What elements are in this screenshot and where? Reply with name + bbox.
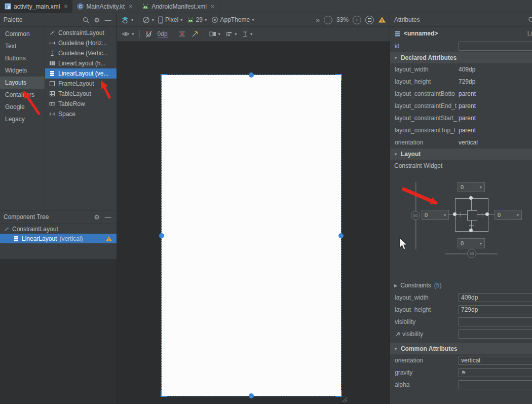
close-tab-icon[interactable]: × [211,3,214,10]
palette-category-layouts[interactable]: Layouts [0,77,45,89]
zoom-in-button[interactable]: + [353,16,361,24]
palette-item-framelayout[interactable]: FrameLayout [45,79,117,89]
selected-component-row[interactable]: <unnamed> Li [390,27,532,40]
vertical-bias-value[interactable]: 50 [411,211,420,220]
api-level-selector[interactable]: 29 ▾ [187,16,207,23]
tree-item-constraintlayout[interactable]: ConstraintLayout [0,224,117,234]
margin-top-combo[interactable]: 0 ▾ [458,182,485,192]
constraint-anchor-bottom[interactable] [469,229,473,232]
autoconnect-toggle[interactable] [145,30,153,38]
attr-value[interactable]: 409dp [459,66,475,73]
margin-bottom-combo[interactable]: 0 ▾ [458,238,485,248]
close-tab-icon[interactable]: × [129,3,132,10]
palette-category-widgets[interactable]: Widgets [0,64,45,77]
section-declared-attributes[interactable]: ▼ Declared Attributes [390,52,532,63]
palette-item-space[interactable]: Space [45,109,117,119]
device-selector[interactable]: Pixel ▾ [158,16,183,24]
attr-row-constraint-start[interactable]: layout_constraintStart_ parent [390,112,532,124]
minimize-icon[interactable]: — [103,212,113,222]
pack-selector[interactable]: ▾ [209,31,221,37]
infer-constraints-button[interactable] [191,30,199,38]
component-tree-header: Component Tree ⚙ — [0,210,117,224]
resize-handle-right[interactable] [338,233,344,238]
attr-value[interactable]: parent [459,102,476,109]
tree-item-linearlayout-vertical[interactable]: LinearLayout (vertical) [0,234,117,243]
toolbar-overflow-button[interactable]: » [316,16,320,24]
attr-row-constraint-top[interactable]: layout_constraintTop_t parent [390,124,532,136]
search-icon[interactable] [528,16,532,23]
clear-constraints-button[interactable] [178,30,186,38]
orientation-input[interactable]: vertical [459,356,532,365]
visibility-input[interactable] [459,317,532,326]
attr-row-constraint-end[interactable]: layout_constraintEnd_t parent [390,100,532,112]
constraint-widget-box[interactable] [455,198,488,232]
tab-label: MainActivity.kt [86,3,125,10]
constraints-group-row[interactable]: ▶ Constraints (5) [390,279,532,291]
warnings-errors-button[interactable] [378,16,386,23]
resize-handle-top[interactable] [249,72,254,78]
attr-value[interactable]: vertical [459,139,478,146]
default-margin-selector[interactable]: 0dp [158,30,168,38]
gear-icon[interactable]: ⚙ [92,15,102,24]
margin-top-value: 0 [458,182,477,192]
attr-value[interactable]: parent [459,115,476,122]
palette-category-common[interactable]: Common [0,28,45,40]
view-options-selector[interactable]: ▾ [122,31,134,37]
attr-value[interactable]: parent [459,90,476,97]
id-input[interactable] [459,42,532,51]
gravity-input[interactable]: ⚑ [459,368,532,377]
section-common-attributes[interactable]: ▼ Common Attributes [390,343,532,354]
tab-mainactivity-kt[interactable]: C MainActivity.kt × [72,0,137,13]
attr-value[interactable]: 729dp [459,78,475,85]
design-canvas-artboard[interactable] [162,75,341,396]
alpha-input[interactable] [459,380,532,389]
design-surface[interactable] [117,42,390,404]
palette-item-tablerow[interactable]: TableRow [45,99,117,109]
resize-handle-left[interactable] [159,233,164,238]
palette-item-constraintlayout[interactable]: ConstraintLayout [45,28,117,38]
attr-row-orientation[interactable]: orientation vertical [390,136,532,149]
constraint-anchor-top[interactable] [469,196,473,200]
gear-icon[interactable]: ⚙ [92,212,102,222]
attr-row-layout-width[interactable]: layout_width 409dp [390,63,532,76]
palette-item-guideline-horizontal[interactable]: Guideline (Horiz... [45,38,117,48]
section-layout[interactable]: ▼ Layout [390,149,532,160]
margin-end-combo[interactable]: 0 ▾ [495,210,522,220]
margin-start-combo[interactable]: 0 ▾ [422,210,449,220]
tab-activity-main-xml[interactable]: activity_main.xml × [0,0,72,13]
theme-selector[interactable]: AppTheme ▾ [211,16,254,23]
design-surface-selector[interactable]: ▾ [121,16,134,24]
layout-width-input[interactable]: 409dp [459,293,532,302]
tools-visibility-input[interactable] [459,329,532,339]
search-icon[interactable] [81,15,91,24]
palette-category-google[interactable]: Google [0,101,45,113]
constraint-anchor-end[interactable] [485,212,489,216]
close-tab-icon[interactable]: × [64,3,67,10]
zoom-out-button[interactable]: − [324,16,332,24]
chevron-down-icon: ▾ [441,210,448,219]
palette-category-containers[interactable]: Containers [0,89,45,101]
palette-category-legacy[interactable]: Legacy [0,113,45,125]
horizontal-bias-value[interactable]: 50 [467,249,476,258]
align-selector[interactable]: ▾ [225,31,237,37]
attr-row-constraint-bottom[interactable]: layout_constraintBotto parent [390,88,532,100]
zoom-to-fit-button[interactable] [365,16,374,24]
palette-item-linearlayout-horizontal[interactable]: LinearLayout (h... [45,58,117,68]
attr-row-layout-height[interactable]: layout_height 729dp [390,76,532,88]
guidelines-selector[interactable]: ▾ [242,31,253,38]
attr-value[interactable]: parent [459,127,476,134]
palette-item-linearlayout-vertical[interactable]: LinearLayout (ve... [45,68,117,79]
palette-item-tablelayout[interactable]: TableLayout [45,89,117,99]
minimize-icon[interactable]: — [103,15,113,24]
resize-grip-icon[interactable] [341,396,348,402]
constraint-anchor-start[interactable] [453,212,457,216]
flag-icon[interactable]: ⚑ [461,370,466,376]
palette-category-text[interactable]: Text [0,40,45,52]
ui-mode-selector[interactable]: ▾ [142,16,155,24]
tab-androidmanifest-xml[interactable]: AndroidManifest.xml × [137,0,219,13]
layout-height-input[interactable]: 729dp [459,305,532,314]
palette-category-buttons[interactable]: Buttons [0,52,45,64]
attr-name: orientation [395,357,458,364]
resize-handle-bottom[interactable] [249,393,254,398]
palette-item-guideline-vertical[interactable]: Guideline (Vertic... [45,48,117,58]
